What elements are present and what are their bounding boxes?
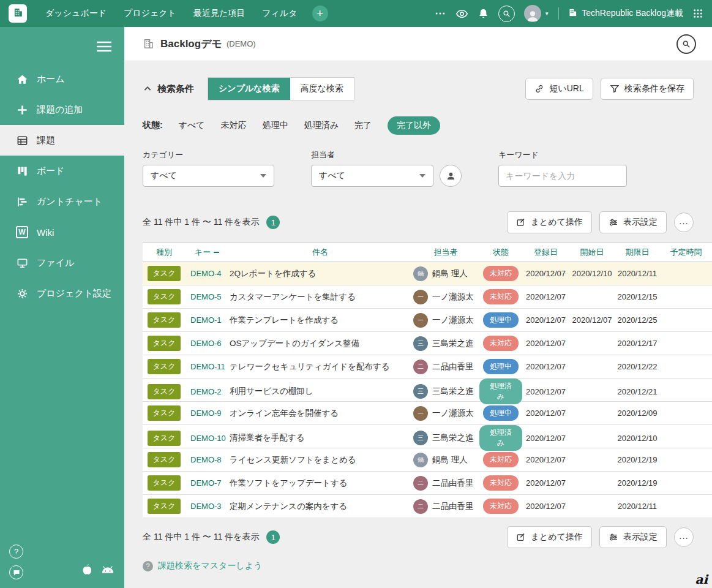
keyword-input[interactable] [498, 165, 627, 187]
issue-row[interactable]: タスク DEMO-4 2Qレポートを作成する 鍋 鍋島 理人 未対応 2020/… [143, 262, 712, 285]
status-option-in-progress[interactable]: 処理中 [263, 120, 288, 131]
column-header-type[interactable]: 種別 [143, 247, 185, 258]
issue-row[interactable]: タスク DEMO-9 オンライン忘年会を開催する 一 一ノ瀬源太 処理中 202… [143, 402, 712, 425]
sidebar-item-board[interactable]: ボード [0, 156, 124, 186]
issue-row[interactable]: タスク DEMO-11 テレワークセキュリティガイドを配布する 二 二品由香里 … [143, 355, 712, 379]
edit-square-icon [516, 217, 526, 227]
more-menu-icon[interactable] [434, 7, 446, 20]
backlog-logo[interactable] [9, 4, 27, 23]
page-1-button[interactable]: 1 [266, 216, 280, 229]
column-header-registered[interactable]: 登録日 [522, 247, 569, 258]
space-switcher[interactable]: TechRepublic Backlog連載 [568, 8, 683, 20]
save-search-button[interactable]: 検索条件を保存 [601, 78, 694, 100]
issue-row[interactable]: タスク DEMO-8 ライセンス更新ソフトをまとめる 鍋 鍋島 理人 未対応 2… [143, 448, 712, 472]
issue-key-link[interactable]: DEMO-10 [185, 434, 228, 443]
issue-key-link[interactable]: DEMO-7 [185, 478, 228, 488]
issue-key-link[interactable]: DEMO-4 [185, 269, 228, 278]
column-header-key[interactable]: キー [185, 247, 228, 258]
issue-subject[interactable]: 清掃業者を手配する [228, 432, 412, 443]
issue-row[interactable]: タスク DEMO-10 清掃業者を手配する 三 三島栄之進 処理済み 2020/… [143, 425, 712, 448]
issue-row[interactable]: タスク DEMO-2 利用サービスの棚卸し 三 三島栄之進 処理済み 2020/… [143, 379, 712, 402]
nav-projects[interactable]: プロジェクト [115, 8, 185, 19]
short-url-button[interactable]: 短いURL [525, 78, 593, 100]
issue-subject[interactable]: OSアップデートのガイダンス整備 [228, 338, 412, 349]
sidebar-item-files[interactable]: ファイル [0, 247, 124, 278]
sidebar-collapse-button[interactable] [0, 27, 124, 60]
tab-advanced-search[interactable]: 高度な検索 [290, 78, 354, 100]
display-settings-button[interactable]: 表示設定 [599, 211, 667, 233]
issue-key-link[interactable]: DEMO-9 [185, 409, 228, 418]
assign-to-me-button[interactable] [440, 165, 462, 187]
status-option-closed[interactable]: 完了 [354, 120, 372, 131]
issue-subject[interactable]: 作業テンプレートを作成する [228, 315, 412, 326]
feedback-chat-icon[interactable] [9, 565, 23, 579]
issue-subject[interactable]: 利用サービスの棚卸し [228, 386, 412, 397]
issue-key-link[interactable]: DEMO-1 [185, 315, 228, 325]
category-select[interactable]: すべて [143, 165, 274, 187]
column-header-estimated[interactable]: 予定時間 [660, 247, 712, 258]
issue-key-link[interactable]: DEMO-11 [185, 362, 228, 371]
apps-grid-icon[interactable] [692, 8, 703, 19]
issue-subject[interactable]: 定期メンテナンスの案内をする [228, 501, 412, 512]
user-menu[interactable]: ▼ [524, 5, 549, 22]
status-option-open[interactable]: 未対応 [221, 120, 247, 131]
project-search-button[interactable] [676, 34, 696, 54]
issue-key-link[interactable]: DEMO-8 [185, 455, 228, 464]
sidebar-item-project-settings[interactable]: プロジェクト設定 [0, 278, 124, 309]
more-options-button[interactable]: ... [674, 213, 694, 232]
status-option-not-closed[interactable]: 完了以外 [388, 116, 440, 135]
status-option-all[interactable]: すべて [179, 120, 205, 131]
status-filter-row: 状態: すべて 未対応 処理中 処理済み 完了 完了以外 [143, 116, 712, 135]
column-header-start[interactable]: 開始日 [569, 247, 615, 258]
column-header-due[interactable]: 期限日 [615, 247, 660, 258]
issue-subject[interactable]: 作業ソフトをアップデートする [228, 478, 412, 489]
issue-key-link[interactable]: DEMO-2 [185, 387, 228, 396]
android-app-icon[interactable] [101, 565, 114, 576]
collapse-chevron-icon[interactable] [143, 84, 152, 94]
sidebar-item-label: プロジェクト設定 [37, 288, 111, 300]
issue-row[interactable]: タスク DEMO-1 作業テンプレートを作成する 一 一ノ瀬源太 処理中 202… [143, 309, 712, 332]
nav-recently-viewed[interactable]: 最近見た項目 [185, 8, 253, 19]
notifications-bell-icon[interactable] [478, 8, 489, 20]
issue-row[interactable]: タスク DEMO-6 OSアップデートのガイダンス整備 三 三島栄之進 未対応 … [143, 332, 712, 355]
assignee-select[interactable]: すべて [311, 165, 433, 187]
column-header-subject[interactable]: 件名 [228, 247, 412, 258]
issue-key-link[interactable]: DEMO-3 [185, 502, 228, 511]
watch-eye-icon[interactable] [455, 7, 468, 20]
issue-row[interactable]: タスク DEMO-3 定期メンテナンスの案内をする 二 二品由香里 未対応 20… [143, 495, 712, 518]
issue-subject[interactable]: カスタマーアンケートを集計する [228, 292, 412, 303]
issue-key-link[interactable]: DEMO-5 [185, 292, 228, 301]
global-search-icon[interactable] [498, 6, 515, 22]
issue-subject[interactable]: ライセンス更新ソフトをまとめる [228, 454, 412, 466]
apple-app-icon[interactable] [81, 563, 92, 578]
nav-filters[interactable]: フィルタ [253, 8, 305, 19]
status-option-resolved[interactable]: 処理済み [304, 120, 339, 131]
issue-subject[interactable]: テレワークセキュリティガイドを配布する [228, 361, 412, 372]
issue-type-badge: タスク [148, 359, 181, 374]
bulk-actions-button[interactable]: まとめて操作 [507, 526, 592, 548]
sidebar-item-wiki[interactable]: W Wiki [0, 217, 124, 247]
sidebar-item-home[interactable]: ホーム [0, 64, 124, 94]
issue-subject[interactable]: オンライン忘年会を開催する [228, 408, 412, 419]
issue-row[interactable]: タスク DEMO-5 カスタマーアンケートを集計する 一 一ノ瀬源太 未対応 2… [143, 285, 712, 309]
bulk-actions-button[interactable]: まとめて操作 [507, 211, 592, 233]
sidebar-item-gantt[interactable]: ガントチャート [0, 186, 124, 217]
more-options-button[interactable]: ... [674, 527, 694, 547]
filter-row: カテゴリー すべて 担当者 すべて [143, 149, 712, 187]
nav-dashboard[interactable]: ダッシュボード [37, 8, 115, 19]
column-header-status[interactable]: 状態 [479, 247, 522, 258]
sidebar-item-add-issue[interactable]: 課題の追加 [0, 94, 124, 125]
help-circle-icon[interactable]: ? [9, 545, 23, 559]
display-settings-button[interactable]: 表示設定 [599, 526, 667, 548]
sidebar-item-issues[interactable]: 課題 [0, 125, 124, 156]
column-header-assignee[interactable]: 担当者 [412, 247, 479, 258]
registered-date: 2020/12/07 [522, 387, 569, 396]
tab-simple-search[interactable]: シンプルな検索 [208, 78, 290, 100]
page-1-button[interactable]: 1 [266, 530, 280, 544]
issue-type-badge: タスク [148, 452, 181, 467]
issue-key-link[interactable]: DEMO-6 [185, 339, 228, 348]
issue-subject[interactable]: 2Qレポートを作成する [228, 268, 412, 279]
issue-row[interactable]: タスク DEMO-7 作業ソフトをアップデートする 二 二品由香里 未対応 20… [143, 472, 712, 495]
search-master-link[interactable]: 課題検索をマスターしよう [158, 560, 262, 571]
global-add-button[interactable]: + [312, 6, 328, 21]
